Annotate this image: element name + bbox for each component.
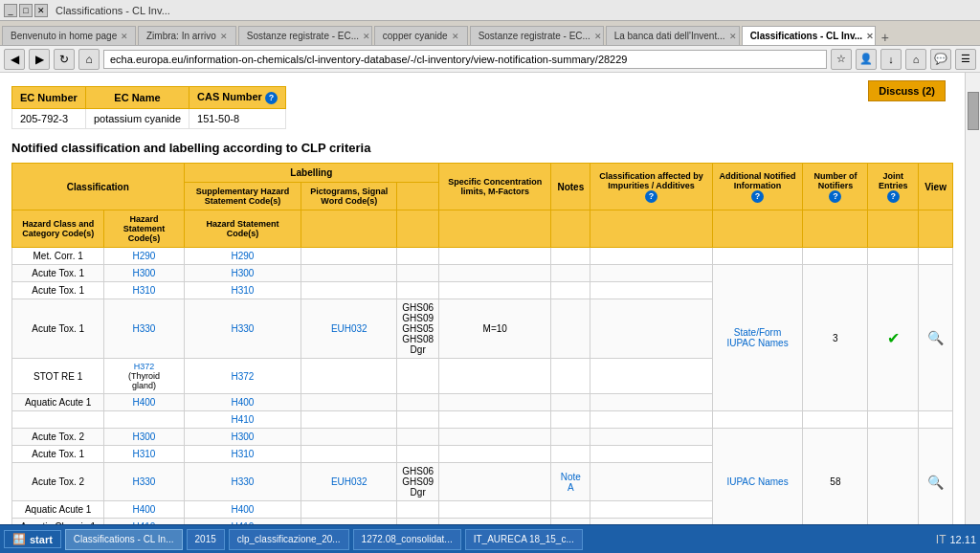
hazard-link[interactable]: H290 [231,251,254,261]
hazard-link[interactable]: H310 [133,449,156,459]
additional-cell [712,248,803,265]
tab-home[interactable]: Benvenuto in home page ✕ [2,26,136,45]
view-group2-cell[interactable]: 🔍 [919,429,953,525]
impurities-cell [590,429,712,446]
hazard-class-cell: Acute Tox. 1 [12,282,104,299]
home-button[interactable]: ⌂ [78,49,100,70]
user-button[interactable]: 👤 [856,49,877,70]
discuss-button[interactable]: Discuss (2) [868,80,946,101]
close-btn[interactable]: ✕ [34,4,48,17]
bookmark-button[interactable]: ☆ [831,49,852,70]
minimize-btn[interactable]: _ [4,4,17,17]
hazard-link[interactable]: H310 [231,449,254,459]
labelling-header: Labelling [184,164,438,183]
hazard-link[interactable]: H410 [231,521,254,524]
tab-close-sostanze1[interactable]: ✕ [363,32,370,41]
tab-copper[interactable]: copper cyanide ✕ [374,26,468,45]
specific-cell [439,359,551,394]
hazard-link[interactable]: H300 [133,268,156,278]
chat-button[interactable]: 💬 [930,49,951,70]
refresh-button[interactable]: ↻ [54,49,75,70]
hazard-link[interactable]: H372 [231,371,254,382]
hazard-link[interactable]: H330 [133,476,156,487]
cas-number-header: CAS Number ? [189,87,286,109]
hazard-link[interactable]: H300 [231,268,254,278]
notes-cell [551,265,590,282]
back-button[interactable]: ◀ [4,49,25,70]
tab-close-copper[interactable]: ✕ [452,32,459,41]
menu-button[interactable]: ☰ [955,49,976,70]
scrollbar[interactable] [965,73,980,524]
hazard-link[interactable]: H372 [134,362,155,371]
view-group-cell[interactable]: 🔍 [919,265,953,411]
joint-cell [868,411,919,429]
forward-button[interactable]: ▶ [29,49,50,70]
hazard-link[interactable]: H400 [133,397,156,408]
taskbar-item-2015[interactable]: 2015 [187,529,225,550]
tray-it-label: IT [936,533,947,546]
tab-banca[interactable]: La banca dati dell'Invent... ✕ [606,26,740,45]
hazard-link[interactable]: H400 [133,504,156,515]
tab-close-banca[interactable]: ✕ [729,32,737,41]
notes-sub-header [551,210,590,248]
hazard-link[interactable]: H410 [133,521,156,524]
taskbar-item-aureca[interactable]: IT_AURECA 18_15_c... [465,529,583,550]
tab-close-home[interactable]: ✕ [121,32,128,41]
iupac-names-link2[interactable]: IUPAC Names [726,476,788,487]
supp-hazard-header: Supplementary Hazard Statement Code(s) [184,183,301,210]
tab-close-zimbra[interactable]: ✕ [220,32,228,41]
joint-help-icon[interactable]: ? [887,190,900,203]
euh-link[interactable]: EUH032 [331,323,368,334]
home-nav-button[interactable]: ⌂ [905,49,926,70]
hazard-link[interactable]: H400 [231,397,254,408]
supp-cell [301,282,397,299]
tab-sostanze2[interactable]: Sostanze registrate - EC... ✕ [470,26,604,45]
url-input[interactable] [103,50,827,69]
ec-name-cell: potassium cyanide [85,109,189,129]
scrollbar-thumb[interactable] [968,92,979,130]
cas-help-icon[interactable]: ? [265,92,278,104]
hazard-link[interactable]: H310 [133,285,156,296]
tab-close-sostanze2[interactable]: ✕ [594,32,602,41]
impurities-cell [590,463,712,501]
impurities-cell [590,299,712,359]
iupac-names-link[interactable]: IUPAC Names [726,338,788,348]
specific-cell [439,501,551,519]
hazard-link[interactable]: H300 [133,431,156,442]
hazard-link[interactable]: H400 [231,504,254,515]
notes-cell [551,299,590,359]
hazard-stmt-header: Hazard Statement Code(s) [184,210,301,248]
tab-classifications[interactable]: Classifications - CL Inv... ✕ [742,26,876,45]
hazard-link[interactable]: H290 [133,251,156,261]
hazard-stmt-cell: H410 [184,519,301,525]
tab-zimbra[interactable]: Zimbra: In arrivo ✕ [138,26,236,45]
hazard-link[interactable]: H410 [231,414,254,425]
hazard-link[interactable]: H330 [133,323,156,334]
tab-sostanze1[interactable]: Sostanze registrate - EC... ✕ [238,26,372,45]
notifiers-help-icon[interactable]: ? [829,190,841,203]
hazard-link[interactable]: H310 [231,285,254,296]
supp-cell [301,501,397,519]
taskbar-item-1272[interactable]: 1272.08_consolidat... [353,529,461,550]
nav-bar: ◀ ▶ ↻ ⌂ ☆ 👤 ↓ ⌂ 💬 ☰ [0,46,980,73]
euh-link2[interactable]: EUH032 [331,476,368,487]
new-tab-button[interactable]: + [878,30,893,45]
hazard-link[interactable]: H330 [231,476,254,487]
note-a-link[interactable]: Note A [561,472,581,493]
maximize-btn[interactable]: □ [19,4,33,17]
additional-help-icon[interactable]: ? [751,190,764,203]
tab-close-classifications[interactable]: ✕ [866,32,874,41]
supp-cell [301,248,397,265]
specific-conc-header: Specific Concentration limits, M-Factors [439,164,551,210]
start-button[interactable]: 🪟 start [4,530,61,548]
hazard-link[interactable]: H330 [231,323,254,334]
taskbar-item-classifications[interactable]: Classifications - CL In... [65,529,183,550]
state-form-link[interactable]: State/Form [734,327,781,338]
download-button[interactable]: ↓ [880,49,902,70]
impurities-help-icon[interactable]: ? [645,190,657,203]
joint-sub-header [868,210,919,248]
taskbar-item-clp[interactable]: clp_classificazione_20... [229,529,349,550]
notes-cell [551,446,590,463]
hazard-link[interactable]: H300 [231,431,254,442]
impurities-cell [590,501,712,519]
